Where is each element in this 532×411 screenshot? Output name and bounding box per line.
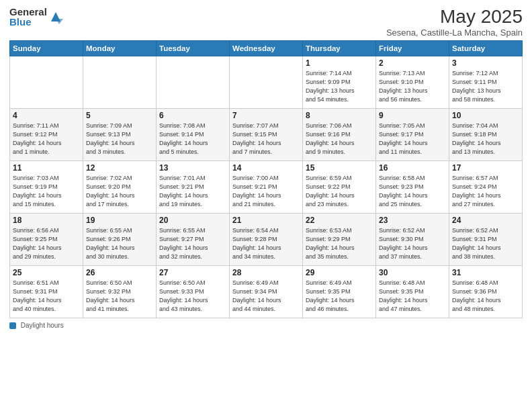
day-info: Sunrise: 6:50 AM Sunset: 9:33 PM Dayligh… [159, 279, 226, 314]
logo-blue: Blue [9, 17, 47, 27]
logo: General Blue [9, 7, 63, 27]
day-info: Sunrise: 6:57 AM Sunset: 9:24 PM Dayligh… [452, 174, 519, 209]
day-number: 22 [306, 216, 373, 225]
day-number: 27 [159, 268, 226, 277]
col-header-friday: Friday [376, 40, 449, 56]
day-number: 7 [232, 111, 300, 120]
col-header-monday: Monday [83, 40, 157, 56]
day-number: 14 [232, 163, 300, 173]
day-cell: 15Sunrise: 6:59 AM Sunset: 9:22 PM Dayli… [303, 161, 376, 213]
day-info: Sunrise: 7:03 AM Sunset: 9:19 PM Dayligh… [13, 174, 80, 209]
day-cell: 2Sunrise: 7:13 AM Sunset: 9:10 PM Daylig… [376, 56, 449, 108]
day-number: 5 [86, 111, 153, 120]
col-header-thursday: Thursday [303, 40, 376, 56]
calendar-table: SundayMondayTuesdayWednesdayThursdayFrid… [9, 40, 523, 318]
day-info: Sunrise: 6:52 AM Sunset: 9:30 PM Dayligh… [379, 226, 446, 261]
day-number: 19 [86, 216, 153, 225]
day-info: Sunrise: 6:51 AM Sunset: 9:31 PM Dayligh… [13, 279, 80, 314]
day-number: 20 [159, 216, 226, 225]
day-number: 21 [232, 216, 300, 225]
day-cell: 28Sunrise: 6:49 AM Sunset: 9:34 PM Dayli… [230, 265, 303, 318]
day-cell: 24Sunrise: 6:52 AM Sunset: 9:31 PM Dayli… [449, 213, 523, 265]
day-cell: 27Sunrise: 6:50 AM Sunset: 9:33 PM Dayli… [157, 265, 230, 318]
day-number: 31 [452, 268, 519, 277]
day-info: Sunrise: 7:02 AM Sunset: 9:20 PM Dayligh… [86, 174, 153, 209]
day-info: Sunrise: 7:08 AM Sunset: 9:14 PM Dayligh… [159, 122, 226, 156]
day-number: 18 [13, 216, 80, 225]
day-info: Sunrise: 6:48 AM Sunset: 9:36 PM Dayligh… [452, 279, 519, 314]
day-info: Sunrise: 7:09 AM Sunset: 9:13 PM Dayligh… [86, 122, 153, 156]
day-number: 25 [13, 268, 80, 277]
day-number: 12 [86, 163, 153, 173]
day-cell: 3Sunrise: 7:12 AM Sunset: 9:11 PM Daylig… [449, 56, 523, 108]
col-header-wednesday: Wednesday [230, 40, 303, 56]
footer-label: Daylight hours [21, 322, 64, 329]
day-cell: 30Sunrise: 6:48 AM Sunset: 9:35 PM Dayli… [376, 265, 449, 318]
day-info: Sunrise: 6:59 AM Sunset: 9:22 PM Dayligh… [306, 174, 373, 209]
day-info: Sunrise: 7:13 AM Sunset: 9:10 PM Dayligh… [379, 69, 446, 104]
day-cell: 18Sunrise: 6:56 AM Sunset: 9:25 PM Dayli… [10, 213, 83, 265]
week-row-1: 1Sunrise: 7:14 AM Sunset: 9:09 PM Daylig… [10, 56, 523, 108]
day-info: Sunrise: 7:00 AM Sunset: 9:21 PM Dayligh… [232, 174, 300, 209]
day-number: 15 [306, 163, 373, 173]
day-info: Sunrise: 7:06 AM Sunset: 9:16 PM Dayligh… [306, 122, 373, 156]
day-info: Sunrise: 6:56 AM Sunset: 9:25 PM Dayligh… [13, 226, 80, 261]
day-cell: 21Sunrise: 6:54 AM Sunset: 9:28 PM Dayli… [230, 213, 303, 265]
day-cell: 11Sunrise: 7:03 AM Sunset: 9:19 PM Dayli… [10, 161, 83, 213]
day-cell [230, 56, 303, 108]
day-cell: 4Sunrise: 7:11 AM Sunset: 9:12 PM Daylig… [10, 108, 83, 161]
day-number: 13 [159, 163, 226, 173]
day-cell: 31Sunrise: 6:48 AM Sunset: 9:36 PM Dayli… [449, 265, 523, 318]
day-number: 3 [452, 58, 519, 68]
day-info: Sunrise: 6:53 AM Sunset: 9:29 PM Dayligh… [306, 226, 373, 261]
day-number: 23 [379, 216, 446, 225]
day-cell: 16Sunrise: 6:58 AM Sunset: 9:23 PM Dayli… [376, 161, 449, 213]
day-cell: 17Sunrise: 6:57 AM Sunset: 9:24 PM Dayli… [449, 161, 523, 213]
day-cell: 13Sunrise: 7:01 AM Sunset: 9:21 PM Dayli… [157, 161, 230, 213]
day-number: 26 [86, 268, 153, 277]
day-info: Sunrise: 7:07 AM Sunset: 9:15 PM Dayligh… [232, 122, 300, 156]
day-cell: 20Sunrise: 6:55 AM Sunset: 9:27 PM Dayli… [157, 213, 230, 265]
logo-text: General Blue [9, 7, 47, 27]
header-row: SundayMondayTuesdayWednesdayThursdayFrid… [10, 40, 523, 56]
day-cell [10, 56, 83, 108]
day-info: Sunrise: 6:54 AM Sunset: 9:28 PM Dayligh… [232, 226, 300, 261]
main-title: May 2025 [386, 7, 523, 28]
title-block: May 2025 Sesena, Castille-La Mancha, Spa… [386, 7, 523, 38]
logo-general: General [9, 7, 47, 17]
day-info: Sunrise: 7:04 AM Sunset: 9:18 PM Dayligh… [452, 122, 519, 156]
day-cell: 23Sunrise: 6:52 AM Sunset: 9:30 PM Dayli… [376, 213, 449, 265]
day-cell: 14Sunrise: 7:00 AM Sunset: 9:21 PM Dayli… [230, 161, 303, 213]
subtitle: Sesena, Castille-La Mancha, Spain [386, 28, 523, 38]
day-info: Sunrise: 6:58 AM Sunset: 9:23 PM Dayligh… [379, 174, 446, 209]
day-info: Sunrise: 7:11 AM Sunset: 9:12 PM Dayligh… [13, 122, 80, 156]
page: General Blue May 2025 Sesena, Castille-L… [0, 0, 532, 411]
week-row-2: 4Sunrise: 7:11 AM Sunset: 9:12 PM Daylig… [10, 108, 523, 161]
week-row-4: 18Sunrise: 6:56 AM Sunset: 9:25 PM Dayli… [10, 213, 523, 265]
day-number: 9 [379, 111, 446, 120]
week-row-3: 11Sunrise: 7:03 AM Sunset: 9:19 PM Dayli… [10, 161, 523, 213]
day-cell: 1Sunrise: 7:14 AM Sunset: 9:09 PM Daylig… [303, 56, 376, 108]
day-info: Sunrise: 6:48 AM Sunset: 9:35 PM Dayligh… [379, 279, 446, 314]
day-number: 10 [452, 111, 519, 120]
day-cell: 6Sunrise: 7:08 AM Sunset: 9:14 PM Daylig… [157, 108, 230, 161]
day-cell [83, 56, 157, 108]
logo-icon [48, 9, 63, 24]
day-info: Sunrise: 7:14 AM Sunset: 9:09 PM Dayligh… [306, 69, 373, 104]
day-number: 4 [13, 111, 80, 120]
day-cell [157, 56, 230, 108]
day-cell: 5Sunrise: 7:09 AM Sunset: 9:13 PM Daylig… [83, 108, 157, 161]
day-cell: 19Sunrise: 6:55 AM Sunset: 9:26 PM Dayli… [83, 213, 157, 265]
day-info: Sunrise: 7:01 AM Sunset: 9:21 PM Dayligh… [159, 174, 226, 209]
day-info: Sunrise: 6:55 AM Sunset: 9:26 PM Dayligh… [86, 226, 153, 261]
col-header-sunday: Sunday [10, 40, 83, 56]
day-number: 16 [379, 163, 446, 173]
day-number: 6 [159, 111, 226, 120]
day-info: Sunrise: 7:12 AM Sunset: 9:11 PM Dayligh… [452, 69, 519, 104]
footer-dot [9, 322, 16, 329]
day-number: 24 [452, 216, 519, 225]
day-cell: 22Sunrise: 6:53 AM Sunset: 9:29 PM Dayli… [303, 213, 376, 265]
day-number: 17 [452, 163, 519, 173]
day-info: Sunrise: 6:52 AM Sunset: 9:31 PM Dayligh… [452, 226, 519, 261]
day-cell: 12Sunrise: 7:02 AM Sunset: 9:20 PM Dayli… [83, 161, 157, 213]
